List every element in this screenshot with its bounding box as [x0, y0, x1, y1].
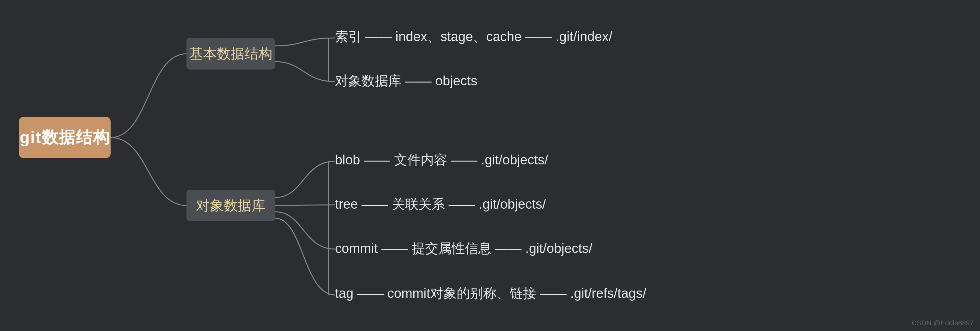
leaf-objdb: 对象数据库 —— objects — [335, 72, 477, 90]
leaf-tree: tree —— 关联关系 —— .git/objects/ — [335, 196, 546, 213]
watermark: CSDN @Eddie8897 — [912, 319, 974, 327]
leaf-commit: commit —— 提交属性信息 —— .git/objects/ — [335, 240, 592, 257]
leaf-blob: blob —— 文件内容 —— .git/objects/ — [335, 151, 548, 169]
root-node: git数据结构 — [19, 117, 111, 158]
leaf-index: 索引 —— index、stage、cache —— .git/index/ — [335, 28, 612, 46]
category-objects-label: 对象数据库 — [196, 196, 266, 215]
category-basic-label: 基本数据结构 — [189, 45, 272, 63]
leaf-tag: tag —— commit对象的别称、链接 —— .git/refs/tags/ — [335, 285, 646, 302]
category-objects: 对象数据库 — [186, 190, 275, 221]
root-node-label: git数据结构 — [20, 126, 110, 149]
diagram-container: git数据结构 基本数据结构 对象数据库 索引 —— index、stage、c… — [0, 0, 980, 331]
category-basic: 基本数据结构 — [186, 38, 275, 70]
